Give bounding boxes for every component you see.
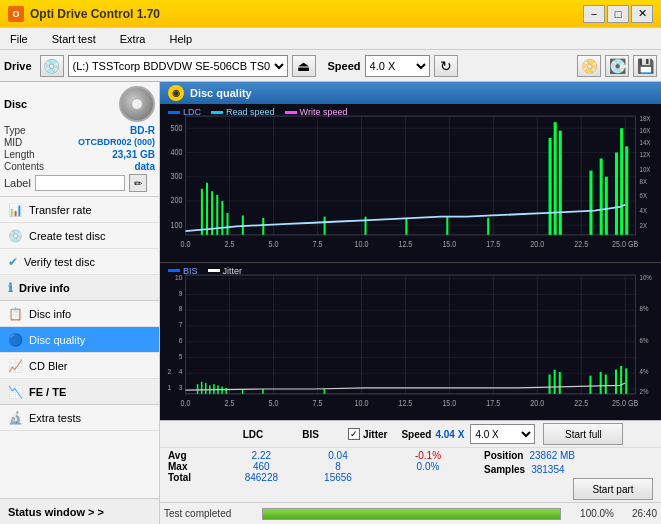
svg-text:5: 5 bbox=[179, 351, 183, 361]
disc-button-1[interactable]: 📀 bbox=[577, 55, 601, 77]
eject-button[interactable]: ⏏ bbox=[292, 55, 316, 77]
svg-rect-96 bbox=[554, 369, 556, 393]
label-edit-button[interactable]: ✏ bbox=[129, 174, 147, 192]
svg-rect-98 bbox=[589, 375, 591, 393]
speed-stat-label: Speed bbox=[391, 429, 431, 440]
menu-file[interactable]: File bbox=[4, 31, 34, 47]
drive-toolbar: Drive 💿 (L:) TSSTcorp BDDVDW SE-506CB TS… bbox=[0, 50, 661, 82]
svg-text:8%: 8% bbox=[640, 304, 649, 312]
avg-jitter: -0.1% bbox=[388, 450, 468, 461]
svg-rect-93 bbox=[262, 389, 264, 394]
samples-value: 381354 bbox=[531, 464, 564, 475]
menu-start-test[interactable]: Start test bbox=[46, 31, 102, 47]
svg-rect-33 bbox=[589, 171, 592, 235]
svg-rect-35 bbox=[605, 177, 608, 235]
sidebar-item-fe-te[interactable]: 📉 FE / TE bbox=[0, 379, 159, 405]
svg-rect-37 bbox=[620, 128, 623, 235]
speed-select[interactable]: 4.0 X bbox=[365, 55, 430, 77]
drive-icon-btn[interactable]: 💿 bbox=[40, 55, 64, 77]
svg-text:14X: 14X bbox=[640, 139, 651, 147]
svg-rect-97 bbox=[559, 372, 561, 394]
cd-bler-icon: 📈 bbox=[8, 359, 23, 373]
avg-label: Avg bbox=[168, 450, 221, 461]
drive-info-icon: ℹ bbox=[8, 281, 13, 295]
svg-text:16X: 16X bbox=[640, 127, 651, 135]
fe-te-icon: 📉 bbox=[8, 385, 23, 399]
label-input[interactable] bbox=[35, 175, 125, 191]
ldc-header: LDC bbox=[223, 429, 283, 440]
sidebar-item-disc-quality[interactable]: 🔵 Disc quality bbox=[0, 327, 159, 353]
svg-text:4X: 4X bbox=[640, 207, 648, 215]
speed-combo-wrapper[interactable]: 4.0 X bbox=[470, 424, 535, 444]
sidebar-item-cd-bler[interactable]: 📈 CD Bler bbox=[0, 353, 159, 379]
start-full-wrapper[interactable]: Start full bbox=[543, 423, 623, 445]
start-part-button[interactable]: Start part bbox=[573, 478, 653, 500]
menu-help[interactable]: Help bbox=[163, 31, 198, 47]
svg-text:12.5: 12.5 bbox=[398, 239, 412, 249]
start-full-button[interactable]: Start full bbox=[543, 423, 623, 445]
svg-text:2.5: 2.5 bbox=[225, 398, 236, 408]
position-value: 23862 MB bbox=[529, 450, 575, 461]
drive-select[interactable]: (L:) TSSTcorp BDDVDW SE-506CB TS02 bbox=[68, 55, 288, 77]
svg-text:8X: 8X bbox=[640, 177, 648, 185]
disc-button-2[interactable]: 💽 bbox=[605, 55, 629, 77]
svg-text:22.5: 22.5 bbox=[574, 398, 588, 408]
disc-length-row: Length 23,31 GB bbox=[4, 149, 155, 160]
jitter-check[interactable]: ✓ Jitter bbox=[348, 428, 387, 440]
svg-text:25.0 GB: 25.0 GB bbox=[612, 398, 638, 408]
disc-mid-row: MID OTCBDR002 (000) bbox=[4, 137, 155, 148]
write-speed-dot bbox=[285, 111, 297, 114]
lower-chart-svg: 10 9 8 7 6 5 4 3 2 1 10% 8% 6% 4% 2% bbox=[160, 263, 661, 421]
svg-text:20.0: 20.0 bbox=[530, 239, 544, 249]
svg-text:4: 4 bbox=[179, 366, 183, 376]
speed-combo-select[interactable]: 4.0 X bbox=[470, 424, 535, 444]
svg-text:7.5: 7.5 bbox=[312, 398, 323, 408]
svg-rect-27 bbox=[405, 218, 407, 235]
progress-bar-inner bbox=[263, 509, 560, 519]
svg-text:1: 1 bbox=[168, 382, 172, 392]
disc-section-label: Disc bbox=[4, 98, 27, 110]
sidebar-item-extra-tests[interactable]: 🔬 Extra tests bbox=[0, 405, 159, 431]
svg-rect-36 bbox=[615, 152, 618, 234]
start-part-wrapper[interactable]: Start part bbox=[484, 478, 653, 500]
avg-ldc: 2.22 bbox=[221, 450, 301, 461]
svg-text:8: 8 bbox=[179, 303, 183, 313]
svg-rect-28 bbox=[446, 217, 448, 235]
close-button[interactable]: ✕ bbox=[631, 5, 653, 23]
svg-rect-102 bbox=[620, 365, 622, 393]
bis-legend-dot bbox=[168, 269, 180, 272]
avg-bis: 0.04 bbox=[301, 450, 374, 461]
svg-rect-85 bbox=[201, 381, 203, 393]
sidebar-item-create-test-disc[interactable]: 💿 Create test disc bbox=[0, 223, 159, 249]
upper-chart-svg: 500 400 300 200 100 18X 16X 14X 12X 10X … bbox=[160, 104, 661, 262]
svg-rect-32 bbox=[559, 131, 562, 235]
sidebar-item-disc-info[interactable]: 📋 Disc info bbox=[0, 301, 159, 327]
max-ldc: 460 bbox=[221, 461, 301, 472]
save-button[interactable]: 💾 bbox=[633, 55, 657, 77]
chart-header-icon: ◉ bbox=[168, 85, 184, 101]
svg-text:200: 200 bbox=[171, 196, 184, 206]
sidebar-item-drive-info[interactable]: ℹ Drive info bbox=[0, 275, 159, 301]
write-speed-legend: Write speed bbox=[285, 107, 348, 117]
sidebar-item-verify-test-disc[interactable]: ✔ Verify test disc bbox=[0, 249, 159, 275]
svg-text:5.0: 5.0 bbox=[269, 239, 280, 249]
minimize-button[interactable]: − bbox=[583, 5, 605, 23]
progress-bar-outer bbox=[262, 508, 561, 520]
read-speed-dot bbox=[211, 111, 223, 114]
total-ldc: 846228 bbox=[221, 472, 301, 483]
disc-type-row: Type BD-R bbox=[4, 125, 155, 136]
sidebar-item-transfer-rate[interactable]: 📊 Transfer rate bbox=[0, 197, 159, 223]
status-window-button[interactable]: Status window > > bbox=[0, 498, 159, 524]
disc-info-icon: 📋 bbox=[8, 307, 23, 321]
ldc-legend: LDC bbox=[168, 107, 201, 117]
svg-text:400: 400 bbox=[171, 147, 184, 157]
maximize-button[interactable]: □ bbox=[607, 5, 629, 23]
svg-rect-95 bbox=[549, 374, 551, 393]
total-bis: 15656 bbox=[301, 472, 374, 483]
verify-test-disc-icon: ✔ bbox=[8, 255, 18, 269]
refresh-button[interactable]: ↻ bbox=[434, 55, 458, 77]
jitter-checkbox[interactable]: ✓ bbox=[348, 428, 360, 440]
svg-text:500: 500 bbox=[171, 123, 184, 133]
menu-extra[interactable]: Extra bbox=[114, 31, 152, 47]
drive-label: Drive bbox=[4, 60, 32, 72]
